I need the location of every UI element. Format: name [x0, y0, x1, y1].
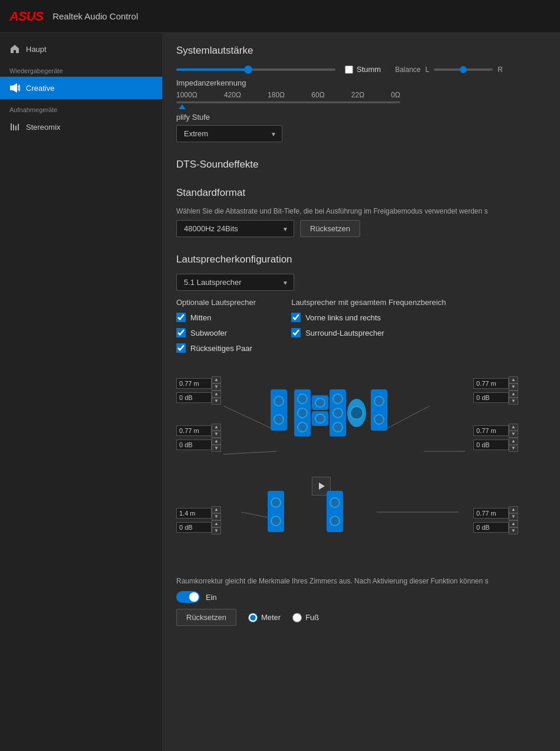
- dts-title: DTS-Soundeffekte: [176, 159, 546, 170]
- spk-br-2: [330, 516, 340, 526]
- format-reset-button[interactable]: Rücksetzen: [300, 220, 360, 237]
- ctrl-mid-left-db-up[interactable]: ▲: [212, 438, 221, 445]
- ctrl-mid-left: ▲ ▼ ▲ ▼: [176, 424, 221, 452]
- svg-marker-1: [13, 83, 17, 93]
- ctrl-bottom-left-dist-down[interactable]: ▼: [212, 513, 221, 520]
- ctrl-mid-left-db[interactable]: [176, 440, 212, 450]
- radio-meter-input[interactable]: [248, 613, 258, 622]
- ctrl-mid-left-db-spinner: ▲ ▼: [212, 438, 221, 452]
- speaker-left-body: [271, 389, 287, 431]
- radio-fuss-input[interactable]: [292, 613, 302, 622]
- ctrl-bottom-left-dist[interactable]: [176, 508, 212, 519]
- speaker-config-select[interactable]: 5.1 Lautsprecher 2.0 Lautsprecher 4.0 La…: [176, 274, 294, 291]
- ctrl-mid-right-dist-up[interactable]: ▲: [509, 424, 518, 431]
- subwoofer-checkbox[interactable]: [176, 328, 186, 337]
- ctrl-mid-left-dist[interactable]: [176, 425, 212, 436]
- subwoofer-label: Subwoofer: [190, 329, 227, 337]
- speaker-bottom-right: [327, 491, 343, 532]
- balance-slider-thumb[interactable]: [460, 66, 467, 73]
- fullrange-speakers-col: Lautsprecher mit gesamtem Frequenzbereic…: [291, 298, 446, 353]
- ctrl-top-right-dist[interactable]: [473, 378, 509, 389]
- sidebar-section-wiedergabe: Wiedergabegeräte: [0, 60, 162, 77]
- standardformat-title: Standardformat: [176, 187, 546, 199]
- raumkorrektur-reset-button[interactable]: Rücksetzen: [176, 609, 236, 626]
- ctrl-bottom-left-db-up[interactable]: ▲: [212, 520, 221, 527]
- raumkorrektur-section: Raumkorrektur gleicht die Merkmale Ihres…: [176, 577, 546, 626]
- mitten-checkbox[interactable]: [176, 313, 186, 322]
- ctrl-bottom-right-dist-down[interactable]: ▼: [509, 513, 518, 520]
- balance-slider-track[interactable]: [434, 68, 493, 71]
- asus-logo: ASUS: [9, 9, 43, 24]
- ctrl-top-left-db-down[interactable]: ▼: [212, 398, 221, 405]
- volume-slider-track[interactable]: [176, 68, 335, 71]
- impedance-indicator: [179, 104, 186, 109]
- ctrl-top-right-dist-up[interactable]: ▲: [509, 376, 518, 383]
- sidebar-haupt-label: Haupt: [26, 45, 47, 54]
- spk-c2a: [315, 398, 325, 408]
- format-select-wrapper: 48000Hz 24Bits 44100Hz 16Bits 48000Hz 16…: [176, 220, 294, 237]
- imp-22: 22Ω: [351, 91, 364, 99]
- ctrl-mid-right-db[interactable]: [473, 440, 509, 450]
- ctrl-mid-left-db-down[interactable]: ▼: [212, 445, 221, 452]
- ctrl-bottom-right-dist[interactable]: [473, 508, 509, 519]
- ctrl-top-left-dist-up[interactable]: ▲: [212, 376, 221, 383]
- toggle-row: Ein: [176, 591, 546, 603]
- sidebar-item-creative[interactable]: Creative: [0, 77, 162, 99]
- speaker-options-row: Optionale Lautsprecher Mitten Subwoofer …: [176, 298, 546, 353]
- impedance-scale: 1000Ω 420Ω 180Ω 60Ω 22Ω 0Ω: [176, 91, 400, 99]
- ctrl-top-left-dist[interactable]: [176, 378, 212, 389]
- volume-slider-thumb[interactable]: [244, 65, 252, 74]
- amplify-section: plify Stufe Extrem Hoch Mittel Niedrig ▼: [176, 113, 546, 142]
- ctrl-bottom-left-db[interactable]: [176, 522, 212, 533]
- ctrl-mid-right-dist-down[interactable]: ▼: [509, 431, 518, 438]
- ctrl-top-right-db-up[interactable]: ▲: [509, 391, 518, 398]
- spk-c1-top: [297, 393, 308, 404]
- mute-checkbox[interactable]: [345, 65, 353, 74]
- ctrl-top-right-dist-down[interactable]: ▼: [509, 383, 518, 391]
- amplify-label: plify Stufe: [176, 113, 546, 122]
- ctrl-bottom-left-db-spinner: ▲ ▼: [212, 520, 221, 534]
- svg-line-8: [223, 451, 276, 454]
- play-icon: [319, 483, 325, 490]
- ctrl-top-left: ▲ ▼ ▲ ▼: [176, 376, 221, 405]
- rueck-checkbox[interactable]: [176, 343, 186, 353]
- spk-br-1: [330, 497, 340, 508]
- ctrl-bottom-right-db-up[interactable]: ▲: [509, 520, 518, 527]
- ctrl-bottom-left-db-down[interactable]: ▼: [212, 527, 221, 534]
- ctrl-top-left-dist-down[interactable]: ▼: [212, 383, 221, 391]
- ctrl-mid-left-dist-up[interactable]: ▲: [212, 424, 221, 431]
- spk-accent-circle: [350, 406, 364, 420]
- ctrl-top-left-db-up[interactable]: ▲: [212, 391, 221, 398]
- raumkorrektur-desc: Raumkorrektur gleicht die Merkmale Ihres…: [176, 577, 546, 585]
- imp-180: 180Ω: [268, 91, 285, 99]
- format-select[interactable]: 48000Hz 24Bits 44100Hz 16Bits 48000Hz 16…: [176, 220, 294, 237]
- ctrl-top-left-db-spinner: ▲ ▼: [212, 391, 221, 405]
- vorne-checkbox[interactable]: [291, 313, 301, 322]
- speaker-center-2a: [312, 395, 328, 410]
- ctrl-top-right-db-down[interactable]: ▼: [509, 398, 518, 405]
- ctrl-mid-right-dist[interactable]: [473, 425, 509, 436]
- ctrl-bottom-right-db-down[interactable]: ▼: [509, 527, 518, 534]
- speaker-config-select-wrapper: 5.1 Lautsprecher 2.0 Lautsprecher 4.0 La…: [176, 274, 294, 291]
- imp-60: 60Ω: [311, 91, 324, 99]
- balance-title: Balance: [395, 65, 420, 74]
- standardformat-section: Standardformat Wählen Sie die Abtastrate…: [176, 187, 546, 237]
- ctrl-top-left-db[interactable]: [176, 392, 212, 403]
- raumkorrektur-toggle[interactable]: [176, 591, 200, 603]
- speaker-left-pair: [271, 389, 287, 431]
- surround-checkbox[interactable]: [291, 328, 301, 337]
- ctrl-mid-right-db-down[interactable]: ▼: [509, 445, 518, 452]
- dts-section: DTS-Soundeffekte: [176, 159, 546, 170]
- sidebar-item-haupt[interactable]: Haupt: [0, 38, 162, 60]
- sidebar-item-stereomix[interactable]: Stereomix: [0, 116, 162, 138]
- ctrl-mid-right-db-up[interactable]: ▲: [509, 438, 518, 445]
- impedance-label: Impedanzerkennung: [176, 78, 546, 87]
- ctrl-bottom-left-dist-up[interactable]: ▲: [212, 506, 221, 513]
- ctrl-top-right-db[interactable]: [473, 392, 509, 403]
- ctrl-bottom-right-db[interactable]: [473, 522, 509, 533]
- ctrl-top-right-dist-row: ▲ ▼: [473, 376, 518, 391]
- amplify-select[interactable]: Extrem Hoch Mittel Niedrig: [176, 125, 282, 142]
- ctrl-mid-left-dist-down[interactable]: ▼: [212, 431, 221, 438]
- header-title: Realtek Audio Control: [52, 11, 138, 21]
- ctrl-bottom-right-dist-up[interactable]: ▲: [509, 506, 518, 513]
